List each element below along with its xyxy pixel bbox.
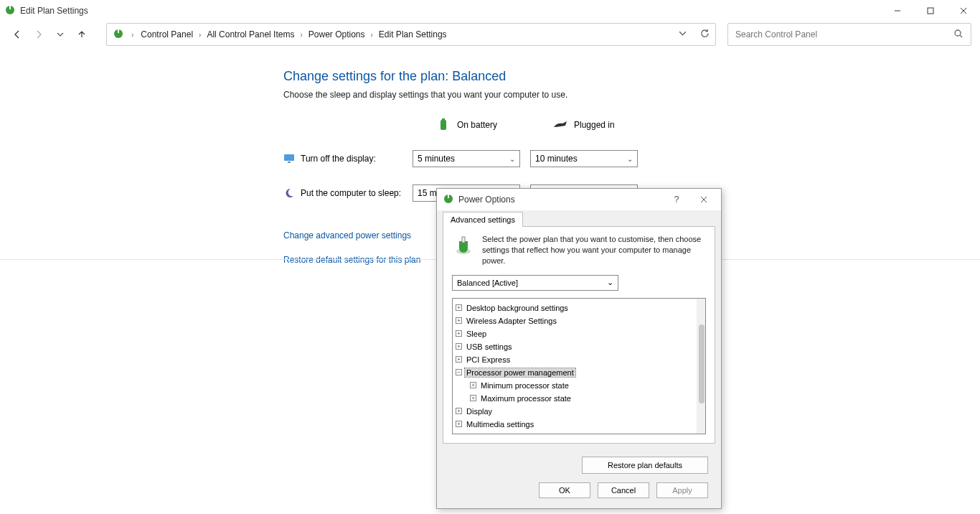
display-icon bbox=[283, 153, 295, 164]
chevron-down-icon: ⌄ bbox=[509, 155, 515, 163]
breadcrumb-item[interactable]: All Control Panel Items bbox=[207, 29, 294, 39]
tree-item-label: PCI Express bbox=[465, 355, 512, 364]
dialog-title: Power Options bbox=[458, 195, 515, 205]
expand-icon[interactable]: + bbox=[470, 382, 476, 388]
chevron-right-icon: › bbox=[199, 31, 201, 39]
window-maximize-button[interactable] bbox=[914, 0, 947, 22]
expand-icon[interactable]: + bbox=[456, 343, 462, 350]
expand-icon[interactable]: + bbox=[456, 356, 462, 363]
breadcrumb: Control Panel › All Control Panel Items … bbox=[141, 29, 671, 39]
svg-rect-12 bbox=[284, 154, 294, 161]
tree-item-label: Battery bbox=[465, 433, 493, 434]
search-box[interactable] bbox=[727, 23, 971, 46]
svg-rect-15 bbox=[448, 195, 449, 198]
tree-item-label: Minimum processor state bbox=[479, 381, 570, 390]
svg-rect-13 bbox=[288, 162, 291, 163]
tree-item-label: USB settings bbox=[465, 342, 514, 351]
expand-icon[interactable]: + bbox=[456, 304, 462, 311]
restore-plan-defaults-button[interactable]: Restore plan defaults bbox=[582, 457, 708, 474]
collapse-icon[interactable]: − bbox=[456, 369, 462, 375]
dialog-intro-text: Select the power plan that you want to c… bbox=[482, 234, 706, 266]
battery-icon bbox=[435, 117, 451, 133]
chevron-down-icon[interactable] bbox=[678, 29, 687, 40]
tree-item[interactable]: +Multimedia settings bbox=[456, 418, 694, 431]
expand-icon[interactable]: + bbox=[456, 317, 462, 324]
column-header-plugged: Plugged in bbox=[574, 120, 615, 130]
svg-rect-10 bbox=[440, 120, 446, 130]
tree-item-label: Multimedia settings bbox=[465, 420, 535, 429]
chevron-down-icon: ⌄ bbox=[607, 278, 613, 287]
display-plugged-dropdown[interactable]: 10 minutes⌄ bbox=[530, 150, 638, 167]
tree-item[interactable]: +Wireless Adapter Settings bbox=[456, 314, 694, 327]
svg-rect-3 bbox=[928, 8, 933, 14]
window-close-button[interactable] bbox=[947, 0, 980, 22]
address-bar[interactable]: › Control Panel › All Control Panel Item… bbox=[106, 23, 716, 46]
expand-icon[interactable]: + bbox=[456, 408, 462, 414]
expand-icon[interactable]: + bbox=[456, 421, 462, 427]
cancel-button[interactable]: Cancel bbox=[598, 482, 649, 498]
ok-button[interactable]: OK bbox=[539, 482, 590, 498]
breadcrumb-item[interactable]: Control Panel bbox=[141, 29, 193, 39]
dialog-titlebar: Power Options ? bbox=[437, 189, 721, 210]
tree-item[interactable]: +Display bbox=[456, 405, 694, 418]
nav-row: › Control Panel › All Control Panel Item… bbox=[0, 22, 980, 47]
scrollbar-thumb[interactable] bbox=[699, 324, 705, 403]
tree-item[interactable]: −Processor power management bbox=[456, 366, 694, 379]
tree-item-label: Wireless Adapter Settings bbox=[465, 317, 558, 325]
svg-line-9 bbox=[960, 35, 962, 37]
tree-item[interactable]: +Maximum processor state bbox=[456, 392, 694, 405]
tree-item[interactable]: +PCI Express bbox=[456, 353, 694, 366]
scrollbar[interactable] bbox=[697, 299, 705, 434]
svg-rect-1 bbox=[9, 6, 11, 9]
plan-select-dropdown[interactable]: Balanced [Active] ⌄ bbox=[452, 275, 618, 291]
tree-item-label: Display bbox=[465, 407, 494, 416]
row-label-display: Turn off the display: bbox=[301, 154, 376, 164]
breadcrumb-item[interactable]: Edit Plan Settings bbox=[379, 29, 447, 39]
chevron-right-icon: › bbox=[300, 31, 302, 39]
search-icon bbox=[953, 29, 963, 41]
tree-item-label: Sleep bbox=[465, 330, 488, 338]
tree-item[interactable]: +Battery bbox=[456, 431, 694, 434]
dialog-close-button[interactable] bbox=[692, 191, 715, 208]
nav-up-button[interactable] bbox=[73, 26, 90, 43]
page-heading: Change settings for the plan: Balanced bbox=[283, 69, 980, 84]
svg-point-8 bbox=[955, 30, 961, 36]
tree-item-label: Maximum processor state bbox=[479, 394, 573, 403]
power-plan-icon bbox=[443, 193, 454, 207]
display-battery-dropdown[interactable]: 5 minutes⌄ bbox=[413, 150, 520, 167]
sleep-icon bbox=[283, 187, 295, 199]
chevron-right-icon: › bbox=[131, 31, 133, 39]
breadcrumb-item[interactable]: Power Options bbox=[308, 29, 365, 39]
tree-item-label: Desktop background settings bbox=[465, 304, 570, 312]
page-subheading: Choose the sleep and display settings th… bbox=[283, 90, 980, 100]
expand-icon[interactable]: + bbox=[456, 330, 462, 337]
tree-item-label: Processor power management bbox=[465, 368, 575, 377]
dialog-tab-body: Select the power plan that you want to c… bbox=[443, 226, 715, 444]
search-input[interactable] bbox=[735, 29, 953, 39]
row-label-sleep: Put the computer to sleep: bbox=[301, 188, 401, 198]
apply-button[interactable]: Apply bbox=[656, 482, 708, 498]
window-minimize-button[interactable] bbox=[881, 0, 914, 22]
tree-item[interactable]: +Desktop background settings bbox=[456, 302, 694, 314]
nav-recent-button[interactable] bbox=[52, 26, 69, 43]
chevron-right-icon: › bbox=[371, 31, 373, 39]
power-options-dialog: Power Options ? Advanced settings Select… bbox=[436, 188, 722, 509]
tree-item[interactable]: +Sleep bbox=[456, 327, 694, 340]
tree-item[interactable]: +Minimum processor state bbox=[456, 379, 694, 392]
plug-icon bbox=[552, 117, 568, 133]
refresh-icon[interactable] bbox=[700, 29, 710, 40]
dialog-help-button[interactable]: ? bbox=[665, 191, 688, 208]
power-plan-icon bbox=[4, 4, 16, 18]
power-plan-icon bbox=[113, 28, 124, 42]
nav-forward-button[interactable] bbox=[30, 26, 47, 43]
tab-advanced-settings[interactable]: Advanced settings bbox=[443, 212, 523, 227]
window-titlebar: Edit Plan Settings bbox=[0, 0, 980, 22]
power-plan-icon bbox=[452, 234, 475, 266]
svg-rect-19 bbox=[462, 237, 465, 243]
nav-back-button[interactable] bbox=[9, 26, 26, 43]
tree-item[interactable]: +USB settings bbox=[456, 340, 694, 353]
settings-tree: +Desktop background settings+Wireless Ad… bbox=[452, 298, 706, 434]
column-header-battery: On battery bbox=[457, 120, 497, 130]
expand-icon[interactable]: + bbox=[470, 395, 476, 401]
window-title: Edit Plan Settings bbox=[20, 6, 88, 16]
